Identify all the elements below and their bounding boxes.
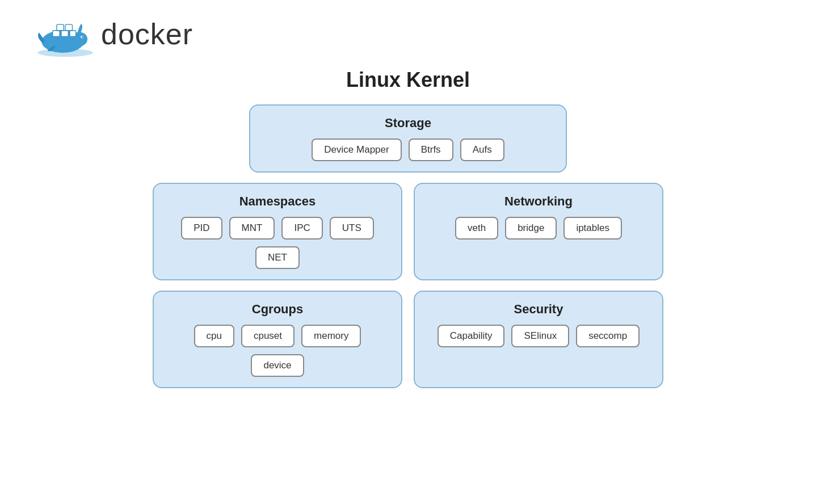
svg-rect-8 — [57, 24, 64, 31]
cgroups-item-cpu: cpu — [194, 325, 234, 347]
storage-box: Storage Device Mapper Btrfs Aufs — [249, 104, 567, 173]
networking-title: Networking — [504, 194, 573, 209]
security-item-seccomp: seccomp — [576, 325, 640, 347]
namespaces-item-pid: PID — [181, 217, 222, 240]
security-item-capability: Capability — [438, 325, 505, 347]
cgroups-item-device: device — [251, 354, 304, 377]
security-item-selinux: SElinux — [511, 325, 569, 347]
namespaces-items-row: PID MNT IPC UTS NET — [167, 217, 388, 269]
cgroups-item-memory: memory — [301, 325, 361, 347]
namespaces-item-net: NET — [255, 246, 300, 269]
networking-box: Networking veth bridge iptables — [414, 183, 663, 280]
namespaces-item-mnt: MNT — [229, 217, 275, 240]
security-box: Security Capability SElinux seccomp — [414, 291, 663, 388]
storage-item-btrfs: Btrfs — [409, 138, 453, 161]
cgroups-items-row: cpu cpuset memory device — [167, 325, 388, 377]
cgroups-item-cpuset: cpuset — [241, 325, 295, 347]
networking-items-row: veth bridge iptables — [455, 217, 622, 240]
docker-logo: docker — [34, 11, 193, 57]
docker-logo-text: docker — [101, 17, 193, 51]
storage-item-device-mapper: Device Mapper — [312, 138, 401, 161]
namespaces-networking-row: Namespaces PID MNT IPC UTS NET Networkin… — [153, 183, 663, 280]
networking-item-iptables: iptables — [563, 217, 622, 240]
namespaces-item-ipc: IPC — [281, 217, 322, 240]
svg-point-4 — [82, 36, 83, 37]
linux-kernel-title: Linux Kernel — [346, 68, 470, 92]
storage-title: Storage — [385, 116, 431, 131]
networking-item-bridge: bridge — [505, 217, 557, 240]
networking-item-veth: veth — [455, 217, 498, 240]
security-items-row: Capability SElinux seccomp — [438, 325, 640, 347]
docker-whale-icon — [34, 11, 96, 57]
storage-items-row: Device Mapper Btrfs Aufs — [312, 138, 504, 161]
cgroups-title: Cgroups — [252, 302, 303, 317]
security-title: Security — [514, 302, 563, 317]
storage-item-aufs: Aufs — [460, 138, 504, 161]
svg-rect-9 — [65, 24, 72, 31]
namespaces-box: Namespaces PID MNT IPC UTS NET — [153, 183, 402, 280]
namespaces-title: Namespaces — [239, 194, 316, 209]
svg-rect-7 — [70, 31, 76, 37]
diagram: Linux Kernel Storage Device Mapper Btrfs… — [153, 68, 663, 388]
svg-rect-6 — [61, 31, 68, 37]
namespaces-item-uts: UTS — [330, 217, 374, 240]
cgroups-security-row: Cgroups cpu cpuset memory device Securit… — [153, 291, 663, 388]
cgroups-box: Cgroups cpu cpuset memory device — [153, 291, 402, 388]
svg-rect-5 — [53, 31, 60, 37]
